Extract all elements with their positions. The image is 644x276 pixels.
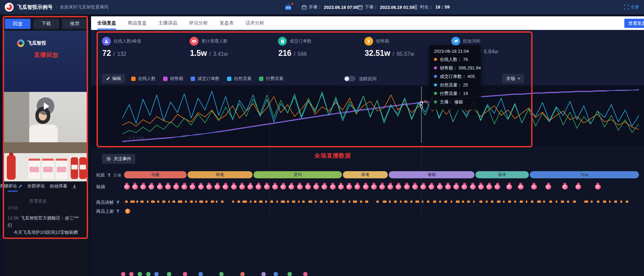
event-dot[interactable]: [303, 272, 308, 276]
lucky-bag-icon[interactable]: [531, 183, 537, 190]
explain-event[interactable]: [543, 200, 545, 203]
explain-event[interactable]: [520, 200, 523, 203]
lucky-bag-icon[interactable]: [420, 183, 426, 190]
explain-event[interactable]: [584, 200, 588, 203]
lucky-bag-icon[interactable]: [387, 183, 393, 190]
lucky-bag-icon[interactable]: [198, 183, 204, 190]
event-dot[interactable]: [138, 272, 142, 276]
explain-event[interactable]: [567, 200, 569, 203]
tab-全场复盘[interactable]: 全场复盘: [97, 16, 116, 30]
explain-event[interactable]: [462, 200, 464, 203]
explain-event[interactable]: [178, 200, 182, 203]
explain-event[interactable]: [221, 200, 224, 203]
lucky-bag-icon[interactable]: [396, 183, 401, 190]
explain-event[interactable]: [479, 200, 483, 203]
explain-event[interactable]: [326, 200, 328, 203]
explain-event[interactable]: [626, 200, 628, 203]
lucky-bag-icon[interactable]: [165, 183, 171, 190]
explain-event[interactable]: [433, 200, 436, 203]
explain-event[interactable]: [205, 200, 208, 203]
lucky-bag-icon[interactable]: [494, 183, 500, 190]
explain-event[interactable]: [376, 200, 379, 203]
explain-event[interactable]: [508, 200, 511, 203]
lucky-bag-icon[interactable]: [575, 183, 581, 190]
lucky-bag-icon[interactable]: [272, 183, 278, 190]
lucky-bag-icon[interactable]: [338, 183, 344, 190]
sidebar-tab-下载[interactable]: 下载: [33, 19, 59, 29]
event-dot[interactable]: [183, 272, 187, 276]
lucky-bag-icon[interactable]: [297, 183, 303, 190]
explain-event[interactable]: [497, 200, 501, 203]
live-metrics-chart[interactable]: 飞瓜智投: [122, 86, 639, 144]
filter-icon[interactable]: [116, 200, 120, 205]
lucky-bag-icon[interactable]: [470, 183, 476, 190]
explain-event[interactable]: [315, 200, 317, 203]
explain-event[interactable]: [157, 200, 159, 203]
explain-event[interactable]: [591, 200, 593, 203]
lucky-bag-icon[interactable]: [478, 183, 484, 190]
tab-复盘表[interactable]: 复盘表: [220, 16, 234, 30]
event-dot[interactable]: [129, 272, 134, 276]
explain-event[interactable]: [439, 200, 441, 203]
explain-event[interactable]: [265, 200, 267, 203]
explain-event[interactable]: [199, 200, 203, 203]
fullscreen-button[interactable]: 全屏: [624, 0, 639, 14]
explain-event[interactable]: [259, 200, 263, 203]
lucky-bag-icon[interactable]: [173, 183, 179, 190]
explain-event[interactable]: [172, 200, 175, 203]
explain-event[interactable]: [195, 200, 197, 203]
explain-event[interactable]: [298, 200, 300, 203]
explain-event[interactable]: [614, 200, 617, 203]
legend-自然流量[interactable]: 自然流量: [227, 76, 251, 82]
explain-event[interactable]: [531, 200, 534, 203]
legend-成交订单数[interactable]: 成交订单数: [191, 76, 220, 82]
explain-event[interactable]: [410, 200, 413, 203]
lucky-bag-icon[interactable]: [486, 183, 492, 190]
download-comments-icon[interactable]: [72, 184, 77, 189]
lucky-bag-icon[interactable]: [562, 183, 568, 190]
explain-event[interactable]: [136, 200, 138, 203]
tab-商品复盘[interactable]: 商品复盘: [128, 16, 147, 30]
explain-event[interactable]: [400, 200, 402, 203]
lucky-bag-icon[interactable]: [223, 183, 228, 190]
shift-segment-路曼[interactable]: 路曼: [343, 171, 388, 178]
explain-event[interactable]: [597, 200, 599, 203]
tab-主播讲品[interactable]: 主播讲品: [158, 16, 177, 30]
lucky-bag-icon[interactable]: [149, 183, 154, 190]
legend-在线人数[interactable]: 在线人数: [131, 76, 156, 82]
explain-event[interactable]: [349, 200, 350, 203]
lucky-bag-icon[interactable]: [289, 183, 294, 190]
lucky-bag-icon[interactable]: [545, 183, 551, 190]
lucky-bag-icon[interactable]: [453, 183, 459, 190]
lucky-bag-icon[interactable]: [231, 183, 237, 190]
lucky-bag-icon[interactable]: [404, 183, 410, 190]
explain-event[interactable]: [467, 200, 470, 203]
explain-event[interactable]: [427, 200, 430, 203]
tab-话术分析[interactable]: 话术分析: [245, 16, 264, 30]
explain-event[interactable]: [451, 200, 452, 203]
filter-icon[interactable]: [107, 173, 111, 177]
explain-event[interactable]: [276, 200, 278, 203]
explain-event[interactable]: [404, 200, 407, 203]
explain-event[interactable]: [211, 200, 214, 203]
explain-event[interactable]: [216, 200, 217, 203]
explain-event[interactable]: [609, 200, 611, 203]
explain-event[interactable]: [242, 200, 247, 203]
watch-events-button[interactable]: 关注事件: [102, 154, 135, 164]
lucky-bag-icon[interactable]: [371, 183, 377, 190]
explain-event[interactable]: [342, 200, 345, 203]
event-dot[interactable]: [167, 272, 171, 276]
explain-event[interactable]: [537, 200, 541, 203]
explain-event[interactable]: [486, 200, 488, 203]
shift-segment-伯庸[interactable]: 伯庸: [124, 171, 187, 178]
lucky-bag-icon[interactable]: [190, 183, 195, 190]
explain-event[interactable]: [556, 200, 557, 203]
lucky-bag-icon[interactable]: [518, 183, 524, 190]
lucky-bag-icon[interactable]: [595, 183, 601, 190]
explain-event[interactable]: [302, 200, 305, 203]
lucky-bag-icon[interactable]: [256, 183, 261, 190]
explain-event[interactable]: [292, 200, 295, 203]
explain-event[interactable]: [330, 200, 334, 203]
event-dot[interactable]: [240, 272, 245, 276]
lucky-bag-icon[interactable]: [214, 183, 220, 190]
